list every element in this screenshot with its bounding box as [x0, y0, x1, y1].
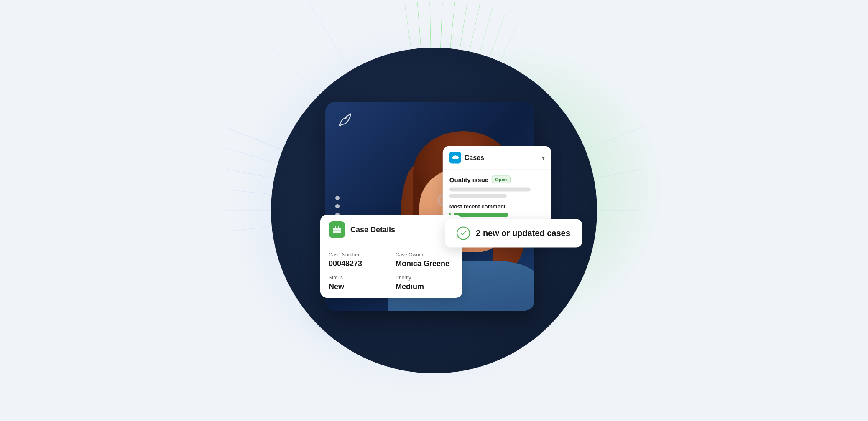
nav-dot-1	[335, 196, 340, 200]
updated-cases-notification: 2 new or updated cases	[445, 219, 582, 247]
updated-cases-text: 2 new or updated cases	[476, 228, 570, 238]
cases-chevron-icon[interactable]: ▾	[542, 155, 545, 161]
case-details-card: Case Details ∨ Case Number 00048273 Case…	[320, 215, 462, 298]
case-owner-field: Case Owner Monica Greene	[396, 252, 454, 268]
case-owner-value: Monica Greene	[396, 259, 454, 268]
case-details-title: Case Details	[350, 225, 395, 234]
case-number-field: Case Number 00048273	[329, 252, 387, 268]
salesforce-logo	[449, 152, 461, 164]
skeleton-bar-2	[449, 194, 507, 198]
case-number-value: 00048273	[329, 259, 387, 268]
checkmark-icon	[460, 229, 467, 237]
open-badge: Open	[492, 176, 510, 183]
briefcase-icon	[332, 225, 342, 235]
nav-dot-2	[335, 204, 340, 208]
cases-header-left: Cases	[449, 152, 484, 164]
case-details-header-left: Case Details	[329, 221, 395, 238]
priority-label: Priority	[396, 275, 454, 281]
status-label: Status	[329, 275, 387, 281]
nav-dots	[335, 196, 340, 217]
salesforce-cloud-icon	[452, 155, 459, 160]
priority-field: Priority Medium	[396, 275, 454, 291]
most-recent-label: Most recent comment	[449, 203, 545, 210]
status-value: New	[329, 282, 387, 291]
quality-issue-row: Quality issue Open	[449, 176, 545, 183]
briefcase-icon-wrap	[329, 221, 345, 238]
status-field: Status New	[329, 275, 387, 291]
skeleton-bar-1	[449, 188, 531, 192]
case-details-body: Case Number 00048273 Case Owner Monica G…	[320, 245, 462, 298]
cases-card-header: Cases ▾	[443, 146, 551, 170]
case-number-label: Case Number	[329, 252, 387, 258]
quality-issue-title: Quality issue	[449, 176, 488, 183]
leaf-icon	[337, 112, 352, 127]
cases-card-title: Cases	[465, 154, 484, 162]
priority-value: Medium	[396, 282, 454, 291]
scene: Cases ▾ Quality issue Open Most recent c…	[141, 12, 727, 409]
case-owner-label: Case Owner	[396, 252, 454, 258]
case-details-header: Case Details ∨	[320, 215, 462, 245]
check-circle-icon	[457, 226, 470, 240]
